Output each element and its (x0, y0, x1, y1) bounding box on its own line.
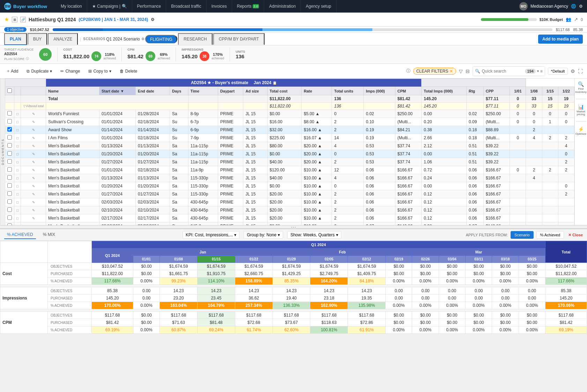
budget-icon-share[interactable]: ↗ (574, 17, 578, 22)
row-notes-cell[interactable]: □ (14, 150, 21, 158)
edit-icon[interactable]: ✎ (32, 136, 35, 140)
nav-invoices[interactable]: Invoices (207, 0, 232, 13)
row-notes-cell[interactable]: □ (14, 206, 21, 214)
add-media-button[interactable]: Add to media plan (538, 35, 583, 44)
search-arrow[interactable]: ▾ (537, 69, 539, 73)
row-checkbox[interactable] (7, 215, 12, 220)
notes-icon[interactable]: □ (16, 120, 18, 124)
notes-icon[interactable]: □ (16, 208, 18, 212)
row-checkbox[interactable] (7, 207, 12, 212)
row-checkbox-cell[interactable] (5, 134, 14, 142)
row-notes-cell[interactable]: □ (14, 118, 21, 126)
tab-buy[interactable]: BUY (28, 33, 47, 45)
filter-icon[interactable]: ▽ (459, 68, 463, 74)
view-settings-icon[interactable]: ⚙ (571, 68, 575, 74)
row-notes-cell[interactable]: □ (14, 158, 21, 166)
tab-analyze[interactable]: ANALYZE (48, 33, 78, 45)
clear-filters-close[interactable]: ✕ (449, 69, 453, 74)
group-dropdown[interactable]: Group by: None▾ (244, 231, 283, 239)
resize-handle[interactable]: • • • (0, 225, 587, 229)
nav-campaigns[interactable]: ★ Campaigns | 🔍 (87, 0, 132, 13)
row-edit-cell[interactable]: ✎ (21, 150, 46, 158)
row-edit-cell[interactable]: ✎ (21, 174, 46, 182)
row-edit-cell[interactable]: ✎ (21, 158, 46, 166)
achieved-btn[interactable]: % Achieved (536, 231, 564, 239)
row-checkbox-cell[interactable] (5, 222, 14, 225)
add-button[interactable]: + Add (4, 67, 21, 75)
notes-icon[interactable]: □ (16, 216, 18, 220)
col-end-date[interactable]: End date (136, 87, 170, 95)
row-checkbox[interactable] (7, 175, 12, 180)
row-checkbox-cell[interactable] (5, 174, 14, 182)
row-checkbox[interactable] (7, 143, 12, 148)
notes-icon[interactable]: □ (16, 224, 18, 225)
notes-icon[interactable]: □ (16, 128, 18, 132)
row-checkbox-cell[interactable] (5, 166, 14, 174)
col-d115[interactable]: 1/15 (542, 87, 558, 95)
show-dropdown[interactable]: Show: Weeks, Quarters▾ (287, 231, 341, 239)
row-checkbox-cell[interactable] (5, 214, 14, 222)
row-checkbox-cell[interactable] (5, 126, 14, 134)
optimize-btn[interactable]: ⚡ Optimize (575, 126, 587, 136)
user-avatar[interactable]: MO (519, 2, 528, 10)
row-notes-cell[interactable]: □ (14, 190, 21, 198)
row-checkbox[interactable] (7, 159, 12, 164)
filter-funnel-icon[interactable]: ⊟ (466, 68, 470, 74)
row-notes-cell[interactable]: □ (14, 110, 21, 118)
nav-agency-setup[interactable]: Agency setup (301, 0, 336, 13)
row-checkbox-cell[interactable] (5, 158, 14, 166)
row-checkbox[interactable] (7, 167, 12, 172)
edit-icon[interactable]: ✎ (32, 152, 35, 156)
row-checkbox-cell[interactable] (5, 142, 14, 150)
nav-icon-settings[interactable]: ⚙ (579, 4, 583, 9)
col-total-cost[interactable]: Total cost (267, 87, 302, 95)
row-edit-cell[interactable]: ✎ (21, 118, 46, 126)
row-checkbox-cell[interactable] (5, 118, 14, 126)
row-edit-cell[interactable]: ✎ (21, 198, 46, 206)
notes-icon[interactable]: □ (16, 160, 18, 164)
row-edit-cell[interactable]: ✎ (21, 182, 46, 190)
row-notes-cell[interactable]: □ (14, 134, 21, 142)
row-notes-cell[interactable]: □ (14, 214, 21, 222)
tab-mix[interactable]: % MIX (40, 231, 58, 239)
col-imps[interactable]: Imps (000) (364, 87, 395, 95)
market-pricing-btn[interactable]: 📊 Market pricing (575, 104, 587, 117)
tab-achieved[interactable]: % ACHIEVED (4, 231, 36, 239)
row-checkbox[interactable] (7, 119, 12, 124)
nav-performance[interactable]: Performance (132, 0, 166, 13)
row-notes-cell[interactable]: □ (14, 142, 21, 150)
col-d108[interactable]: 1/08 (526, 87, 542, 95)
row-edit-cell[interactable]: ✎ (21, 126, 46, 134)
col-rate[interactable]: Rate (302, 87, 332, 95)
edit-icon[interactable]: ✎ (32, 128, 35, 132)
notes-icon[interactable]: □ (16, 192, 18, 196)
brand[interactable]: BW Buyer workflow (0, 0, 56, 13)
row-edit-cell[interactable]: ✎ (21, 222, 46, 225)
edit-icon[interactable]: ✎ (32, 216, 35, 220)
edit-icon[interactable]: ✎ (32, 176, 35, 180)
change-button[interactable]: ✏ Change (58, 67, 83, 75)
row-notes-cell[interactable]: □ (14, 126, 21, 134)
info-icon[interactable]: ⓘ (406, 68, 410, 74)
edit-icon[interactable]: ✎ (32, 200, 35, 204)
col-daypart[interactable]: Daypart (218, 87, 243, 95)
notes-icon[interactable]: □ (16, 176, 18, 180)
budget-icon-users[interactable]: 👥 (566, 17, 571, 22)
col-ad-size[interactable]: Ad size (243, 87, 267, 95)
row-checkbox-cell[interactable] (5, 198, 14, 206)
row-checkbox[interactable] (7, 111, 12, 116)
row-checkbox-cell[interactable] (5, 206, 14, 214)
row-edit-cell[interactable]: ✎ (21, 206, 46, 214)
tab-flighting[interactable]: FLIGHTING (145, 35, 177, 43)
duplicate-button[interactable]: ⧉ Duplicate ▾ (24, 67, 55, 75)
col-d122[interactable]: 1/22 (558, 87, 574, 95)
tab-cppm[interactable]: CPP/M BY DAYPART (213, 33, 265, 45)
favorite-icon[interactable]: ★ (4, 16, 9, 23)
row-edit-cell[interactable]: ✎ (21, 214, 46, 222)
notes-icon[interactable]: □ (16, 184, 18, 188)
col-cpm[interactable]: CPM (395, 87, 422, 95)
plan-score-info[interactable]: ⓘ (26, 57, 29, 61)
notes-icon[interactable]: □ (16, 152, 18, 156)
search-settings[interactable]: ≡ (540, 69, 543, 74)
edit-icon[interactable]: ✎ (32, 184, 35, 188)
